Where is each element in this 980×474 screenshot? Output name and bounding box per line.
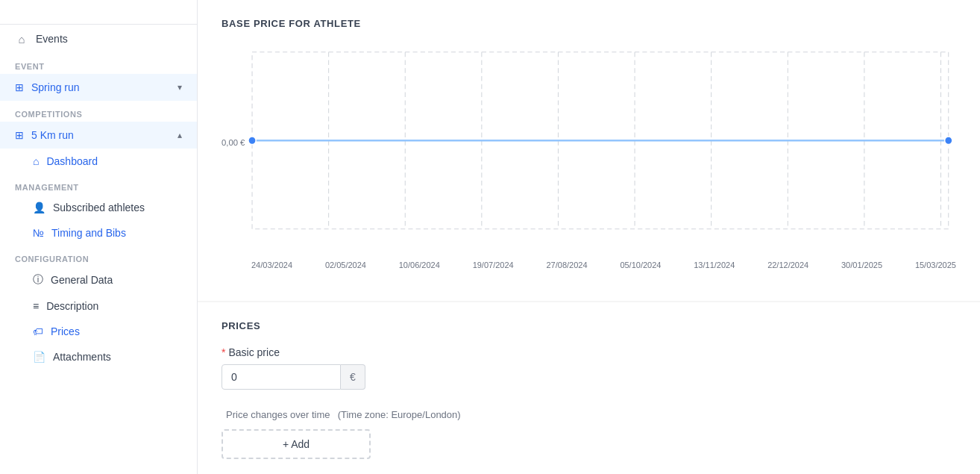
- sidebar-item-subscribed-athletes[interactable]: 👤 Subscribed athletes: [0, 195, 197, 220]
- dashboard-home-icon: ⌂: [33, 155, 39, 167]
- sidebar-item-competition[interactable]: ⊞ 5 Km run ▴: [0, 122, 197, 149]
- prices-section: PRICES * Basic price € Price changes ove…: [198, 302, 980, 474]
- basic-price-label: Basic price: [228, 346, 279, 358]
- sidebar-item-attachments[interactable]: 📄 Attachments: [0, 344, 197, 369]
- x-label-8: 30/01/2025: [841, 261, 882, 269]
- price-changes-title-text: Price changes over time: [226, 409, 330, 420]
- x-label-6: 13/11/2024: [694, 261, 735, 269]
- basic-price-input[interactable]: [222, 364, 341, 390]
- basic-price-field-label: * Basic price: [222, 346, 956, 358]
- x-label-2: 10/06/2024: [399, 261, 440, 269]
- x-label-1: 02/05/2024: [325, 261, 366, 269]
- grid-icon: ⊞: [15, 81, 24, 93]
- events-label: Events: [36, 33, 68, 45]
- management-section-label: MANAGEMENT: [0, 174, 197, 195]
- description-icon: ≡: [33, 300, 39, 312]
- x-label-0: 24/03/2024: [251, 261, 292, 269]
- price-changes-title: Price changes over time (Time zone: Euro…: [222, 408, 956, 420]
- x-label-5: 05/10/2024: [620, 261, 661, 269]
- file-icon: 📄: [33, 351, 45, 363]
- price-changes-timezone: (Time zone: Europe/London): [338, 409, 461, 420]
- svg-point-12: [248, 137, 256, 145]
- currency-badge: €: [341, 364, 365, 390]
- chart-svg: 0,00 €: [222, 44, 956, 253]
- event-section-label: EVENT: [0, 53, 197, 74]
- subscribed-athletes-label: Subscribed athletes: [53, 202, 145, 213]
- sidebar-item-events[interactable]: ⌂ Events: [0, 25, 197, 53]
- sidebar-item-prices[interactable]: 🏷 Prices: [0, 319, 197, 344]
- attachments-label: Attachments: [53, 351, 111, 363]
- x-label-4: 27/08/2024: [547, 261, 588, 269]
- chart-container: 0,00 € 24/03/2024 02/05/2024 10/06/2024 …: [222, 44, 956, 283]
- sidebar-item-description[interactable]: ≡ Description: [0, 293, 197, 319]
- sidebar-item-event[interactable]: ⊞ Spring run ▾: [0, 74, 197, 101]
- sidebar-top: [0, 0, 197, 25]
- timing-bibs-label: Timing and Bibs: [51, 227, 126, 239]
- configuration-section-label: CONFIGURATION: [0, 246, 197, 266]
- chevron-down-icon: ▾: [178, 82, 182, 93]
- main-content: BASE PRICE FOR ATHLETE 0,00 €: [198, 0, 980, 474]
- chart-title: BASE PRICE FOR ATHLETE: [222, 18, 956, 29]
- dashboard-label: Dashboard: [46, 155, 98, 167]
- add-price-change-button[interactable]: + Add: [222, 429, 371, 459]
- prices-label: Prices: [51, 325, 80, 337]
- svg-text:0,00 €: 0,00 €: [222, 137, 245, 146]
- competition-name: 5 Km run: [31, 129, 74, 141]
- required-star: *: [222, 346, 225, 358]
- info-icon: ⓘ: [33, 273, 43, 287]
- add-button-label: + Add: [283, 438, 310, 450]
- general-data-label: General Data: [51, 274, 113, 286]
- tag-icon: 🏷: [33, 325, 43, 337]
- sidebar-item-dashboard[interactable]: ⌂ Dashboard: [0, 149, 197, 174]
- competitions-section-label: COMPETITIONS: [0, 101, 197, 122]
- sidebar: ⌂ Events EVENT ⊞ Spring run ▾ COMPETITIO…: [0, 0, 198, 474]
- x-label-3: 19/07/2024: [473, 261, 514, 269]
- chevron-up-icon: ▴: [178, 130, 182, 140]
- x-label-9: 15/03/2025: [915, 261, 956, 269]
- prices-section-title: PRICES: [222, 320, 956, 331]
- sidebar-item-timing-bibs[interactable]: № Timing and Bibs: [0, 220, 197, 246]
- basic-price-input-group: €: [222, 364, 371, 390]
- x-label-7: 22/12/2024: [767, 261, 808, 269]
- grid2-icon: ⊞: [15, 129, 24, 141]
- event-name: Spring run: [31, 81, 80, 93]
- chart-section: BASE PRICE FOR ATHLETE 0,00 €: [198, 0, 980, 301]
- sidebar-item-general-data[interactable]: ⓘ General Data: [0, 266, 197, 293]
- chart-x-labels: 24/03/2024 02/05/2024 10/06/2024 19/07/2…: [222, 256, 956, 269]
- number-icon: №: [33, 227, 44, 239]
- home-icon: ⌂: [15, 32, 28, 46]
- svg-point-13: [945, 137, 952, 145]
- person-icon: 👤: [33, 202, 45, 213]
- description-label: Description: [46, 300, 98, 312]
